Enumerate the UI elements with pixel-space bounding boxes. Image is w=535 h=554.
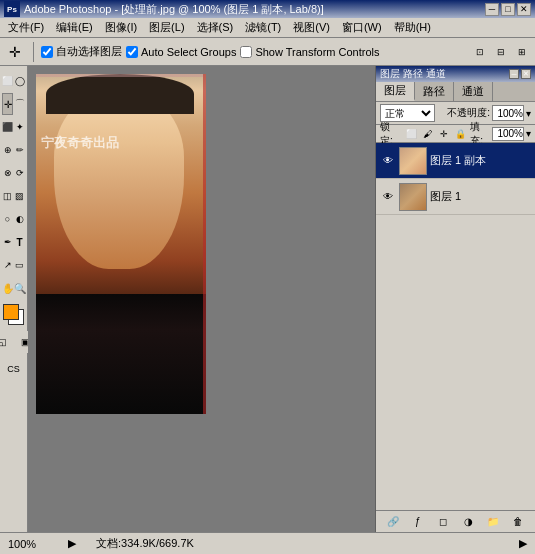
title-bar-buttons[interactable]: ─ □ ✕ — [485, 3, 531, 16]
cs-btn[interactable]: CS — [3, 358, 25, 380]
dodge-blur-pair: ○ ◐ — [2, 208, 25, 230]
lock-all-btn[interactable]: 🔒 — [454, 127, 467, 141]
path-shape-pair: ↗ ▭ — [2, 254, 25, 276]
align-btn-1[interactable]: ⊡ — [471, 41, 489, 63]
fill-unit: ▾ — [526, 128, 531, 139]
menu-window[interactable]: 窗口(W) — [336, 18, 388, 37]
doc-info: 文档:334.9K/669.7K — [96, 536, 499, 551]
auto-select-groups-label[interactable]: Auto Select Groups — [126, 46, 236, 58]
layers-panel-minimize[interactable]: ─ — [509, 69, 519, 79]
new-adjustment-btn[interactable]: ◑ — [459, 514, 477, 530]
title-bar: Ps Adobe Photoshop - [处理前.jpg @ 100% (图层… — [0, 0, 535, 18]
minimize-button[interactable]: ─ — [485, 3, 499, 16]
layers-panel-close[interactable]: ✕ — [521, 69, 531, 79]
add-mask-btn[interactable]: ◻ — [434, 514, 452, 530]
status-arrow[interactable]: ▶ — [68, 537, 76, 550]
auto-select-groups-text: Auto Select Groups — [141, 46, 236, 58]
heal-tool[interactable]: ⊕ — [2, 139, 13, 161]
menu-file[interactable]: 文件(F) — [2, 18, 50, 37]
layers-tabs: 图层 路径 通道 — [376, 82, 535, 102]
canvas-area[interactable]: 宁夜奇奇出品 — [28, 66, 375, 532]
layer-thumb-inner-1 — [400, 184, 426, 210]
lock-position-btn[interactable]: ✛ — [437, 127, 450, 141]
menu-filter[interactable]: 滤镜(T) — [239, 18, 287, 37]
maximize-button[interactable]: □ — [501, 3, 515, 16]
layer-item-1[interactable]: 👁 图层 1 — [376, 179, 535, 215]
layers-list: 👁 图层 1 副本 👁 图层 1 — [376, 143, 535, 510]
auto-select-groups-checkbox[interactable] — [126, 46, 138, 58]
fill-input[interactable] — [492, 127, 524, 141]
menu-image[interactable]: 图像(I) — [99, 18, 143, 37]
hand-tool[interactable]: ✋ — [2, 277, 13, 299]
opacity-label: 不透明度: — [447, 106, 490, 120]
zoom-tool[interactable]: 🔍 — [14, 277, 25, 299]
canvas-image: 宁夜奇奇出品 — [36, 74, 206, 414]
menu-layer[interactable]: 图层(L) — [143, 18, 190, 37]
menu-edit[interactable]: 编辑(E) — [50, 18, 99, 37]
layer-item-copy[interactable]: 👁 图层 1 副本 — [376, 143, 535, 179]
clone-tool[interactable]: ⊗ — [2, 162, 13, 184]
show-transform-controls-text: Show Transform Controls — [255, 46, 379, 58]
new-group-btn[interactable]: 📁 — [484, 514, 502, 530]
show-transform-controls-label[interactable]: Show Transform Controls — [240, 46, 379, 58]
move-tool[interactable]: ✛ — [2, 93, 13, 115]
layers-panel-title-bar: 图层 路径 通道 ─ ✕ — [376, 66, 535, 82]
quick-mask-btn[interactable]: ◱ — [0, 331, 13, 353]
menu-help[interactable]: 帮助(H) — [388, 18, 437, 37]
history-tool[interactable]: ⟳ — [14, 162, 25, 184]
title-text: Adobe Photoshop - [处理前.jpg @ 100% (图层 1 … — [24, 2, 324, 17]
brush-tool[interactable]: ✏ — [14, 139, 25, 161]
crop-tool[interactable]: ⬛ — [2, 116, 13, 138]
lock-paint-btn[interactable]: 🖌 — [421, 127, 434, 141]
blur-tool[interactable]: ◐ — [14, 208, 25, 230]
pen-tool[interactable]: ✒ — [2, 231, 13, 253]
zoom-level: 100% — [8, 538, 48, 550]
close-button[interactable]: ✕ — [517, 3, 531, 16]
align-btn-3[interactable]: ⊞ — [513, 41, 531, 63]
clone-history-pair: ⊗ ⟳ — [2, 162, 25, 184]
layer-thumb-copy — [399, 147, 427, 175]
link-layers-btn[interactable]: 🔗 — [384, 514, 402, 530]
foreground-color-swatch[interactable] — [3, 304, 19, 320]
menu-select[interactable]: 选择(S) — [191, 18, 240, 37]
tools-panel: ⬜ ◯ ✛ ⌒ ⬛ ✦ ⊕ ✏ ⊗ ⟳ ◫ ▨ ○ ◐ — [0, 66, 28, 532]
eraser-tool[interactable]: ◫ — [2, 185, 13, 207]
magic-wand-tool[interactable]: ✦ — [14, 116, 25, 138]
tab-paths[interactable]: 路径 — [415, 82, 454, 101]
layer-eye-copy[interactable]: 👁 — [380, 153, 396, 169]
layers-bottom-bar: 🔗 ƒ ◻ ◑ 📁 🗑 — [376, 510, 535, 532]
align-btn-2[interactable]: ⊟ — [492, 41, 510, 63]
layer-eye-1[interactable]: 👁 — [380, 189, 396, 205]
add-style-btn[interactable]: ƒ — [409, 514, 427, 530]
color-boxes[interactable] — [3, 304, 25, 326]
lock-transparent-btn[interactable]: ⬜ — [405, 127, 418, 141]
path-select-tool[interactable]: ↗ — [2, 254, 13, 276]
opacity-unit: ▾ — [526, 108, 531, 119]
delete-layer-btn[interactable]: 🗑 — [509, 514, 527, 530]
shape-tool[interactable]: ▭ — [14, 254, 25, 276]
type-tool[interactable]: T — [14, 231, 25, 253]
status-bar: 100% ▶ 文档:334.9K/669.7K ▶ — [0, 532, 535, 554]
dodge-tool[interactable]: ○ — [2, 208, 13, 230]
lasso-tool[interactable]: ⌒ — [14, 93, 25, 115]
show-transform-controls-checkbox[interactable] — [240, 46, 252, 58]
move-tool-btn[interactable]: ✛ — [4, 41, 26, 63]
toolbar: ✛ 自动选择图层 Auto Select Groups Show Transfo… — [0, 38, 535, 66]
watermark: 宁夜奇奇出品 — [41, 134, 119, 152]
menu-view[interactable]: 视图(V) — [287, 18, 336, 37]
hand-zoom-pair: ✋ 🔍 — [2, 277, 25, 299]
status-right-arrow[interactable]: ▶ — [519, 537, 527, 550]
lock-fill-row: 锁定: ⬜ 🖌 ✛ 🔒 填充: ▾ — [376, 125, 535, 143]
auto-select-layer-checkbox[interactable] — [41, 46, 53, 58]
main-area: ⬜ ◯ ✛ ⌒ ⬛ ✦ ⊕ ✏ ⊗ ⟳ ◫ ▨ ○ ◐ — [0, 66, 535, 532]
eraser-gradient-pair: ◫ ▨ — [2, 185, 25, 207]
ps-icon: Ps — [4, 1, 20, 17]
rect-marquee-tool[interactable]: ⬜ — [2, 70, 13, 92]
canvas-window: 宁夜奇奇出品 — [36, 74, 206, 414]
layers-panel: 图层 路径 通道 ─ ✕ 图层 路径 通道 正常 不透明度: ▾ 锁定: — [375, 66, 535, 532]
tab-layers[interactable]: 图层 — [376, 82, 415, 101]
ellipse-marquee-tool[interactable]: ◯ — [14, 70, 25, 92]
tab-channels[interactable]: 通道 — [454, 82, 493, 101]
auto-select-layer-label[interactable]: 自动选择图层 — [41, 44, 122, 59]
gradient-tool[interactable]: ▨ — [14, 185, 25, 207]
